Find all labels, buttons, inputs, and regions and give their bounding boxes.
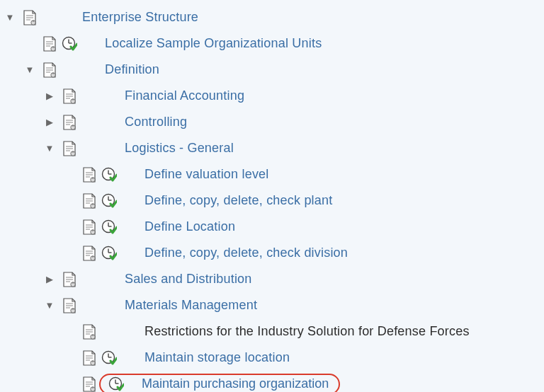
activity-icon — [99, 193, 119, 209]
tree-label: Enterprise Structure — [82, 10, 198, 25]
tree-row-logistics-general[interactable]: ▼ Logistics - General — [0, 135, 544, 161]
document-icon — [79, 219, 99, 235]
tree-label: Define Location — [144, 219, 235, 234]
document-icon — [79, 350, 99, 366]
tree-row-enterprise-structure[interactable]: ▼ Enterprise Structure — [0, 4, 544, 30]
document-icon — [79, 376, 99, 392]
tree-label: Define, copy, delete, check plant — [144, 193, 332, 208]
expand-icon[interactable]: ▶ — [46, 91, 53, 101]
tree-row-define-valuation-level[interactable]: Define valuation level — [0, 161, 544, 188]
activity-icon — [99, 219, 119, 235]
tree-row-maintain-storage-location[interactable]: Maintain storage location — [0, 345, 544, 371]
tree-row-controlling[interactable]: ▶ Controlling — [0, 109, 544, 135]
img-tree: ▼ Enterprise Structure Localize Sample O… — [0, 0, 544, 392]
tree-label: Definition — [105, 62, 159, 77]
document-icon — [60, 115, 79, 130]
tree-label: Define valuation level — [144, 167, 269, 182]
tree-row-definition[interactable]: ▼ Definition — [0, 57, 544, 83]
document-icon — [20, 10, 40, 25]
activity-icon — [60, 36, 79, 52]
tree-label: Financial Accounting — [125, 88, 244, 103]
expand-icon[interactable]: ▶ — [46, 117, 53, 127]
expand-icon[interactable]: ▶ — [46, 274, 53, 284]
document-icon — [40, 62, 60, 78]
tree-row-restrictions-defense[interactable]: Restrictions for the Industry Solution f… — [0, 318, 544, 345]
tree-label: Sales and Distribution — [125, 272, 252, 287]
document-icon — [60, 88, 79, 104]
collapse-icon[interactable]: ▼ — [6, 12, 15, 23]
tree-row-materials-management[interactable]: ▼ Materials Management — [0, 292, 544, 318]
activity-icon — [99, 167, 119, 183]
collapse-icon[interactable]: ▼ — [45, 143, 55, 154]
tree-label: Logistics - General — [125, 141, 234, 156]
activity-icon — [99, 246, 119, 261]
tree-row-define-location[interactable]: Define Location — [0, 214, 544, 240]
document-icon — [40, 36, 60, 52]
document-icon — [60, 141, 79, 156]
document-icon — [79, 324, 99, 340]
document-icon — [60, 298, 79, 313]
tree-label: Maintain storage location — [144, 350, 290, 365]
tree-label: Maintain purchasing organization — [142, 376, 329, 391]
tree-label: Localize Sample Organizational Units — [105, 36, 322, 51]
tree-row-maintain-purchasing-org[interactable]: Maintain purchasing organization — [0, 371, 544, 392]
tree-label: Restrictions for the Industry Solution f… — [144, 324, 470, 339]
tree-label: Controlling — [125, 115, 187, 129]
document-icon — [79, 167, 99, 183]
activity-icon — [106, 376, 126, 392]
tree-row-define-division[interactable]: Define, copy, delete, check division — [0, 240, 544, 266]
activity-icon — [99, 350, 119, 366]
tree-row-define-plant[interactable]: Define, copy, delete, check plant — [0, 188, 544, 214]
tree-label: Define, copy, delete, check division — [144, 246, 348, 260]
tree-row-localize-sample[interactable]: Localize Sample Organizational Units — [0, 30, 544, 57]
collapse-icon[interactable]: ▼ — [45, 300, 55, 311]
tree-row-sales-distribution[interactable]: ▶ Sales and Distribution — [0, 266, 544, 292]
document-icon — [60, 272, 79, 287]
document-icon — [79, 246, 99, 261]
tree-row-financial-accounting[interactable]: ▶ Financial Accounting — [0, 83, 544, 109]
tree-label: Materials Management — [125, 298, 257, 313]
document-icon — [79, 193, 99, 209]
collapse-icon[interactable]: ▼ — [26, 64, 35, 75]
highlight-circle: Maintain purchasing organization — [99, 374, 340, 393]
